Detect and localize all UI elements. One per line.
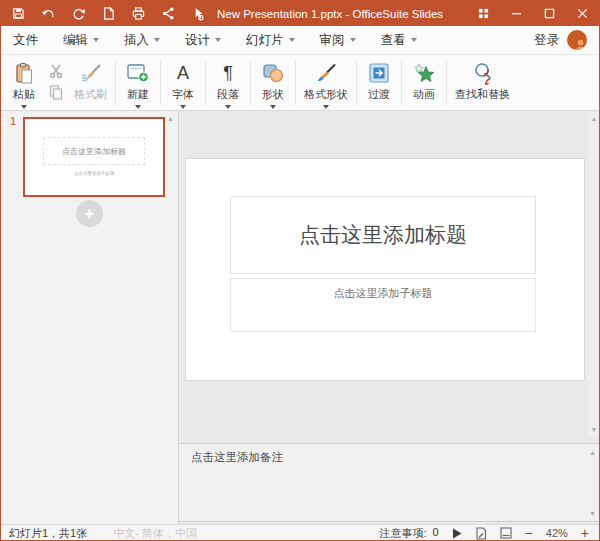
- toolbar-separator: [401, 61, 402, 105]
- scroll-up-icon[interactable]: ▲: [167, 115, 174, 122]
- window-title: New Presentation 1.pptx - OfficeSuite Sl…: [217, 8, 443, 20]
- notes-placeholder: 点击这里添加备注: [191, 450, 283, 465]
- title-placeholder-text: 点击这里添加标题: [299, 221, 467, 249]
- avatar[interactable]: [567, 30, 587, 50]
- undo-icon[interactable]: [40, 5, 57, 22]
- app-window: New Presentation 1.pptx - OfficeSuite Sl…: [0, 0, 600, 541]
- redo-icon[interactable]: [70, 5, 87, 22]
- zoom-in-button[interactable]: +: [581, 526, 589, 540]
- dropdown-caret-icon: [135, 105, 141, 109]
- slide-editor[interactable]: 点击这里添加标题 点击这里添加子标题: [185, 158, 585, 381]
- menu-design[interactable]: 设计: [185, 32, 221, 49]
- format-painter-button[interactable]: 格式刷: [69, 60, 112, 102]
- maximize-icon[interactable]: [533, 1, 566, 26]
- menu-slide-label: 幻灯片: [246, 32, 284, 49]
- menu-design-label: 设计: [185, 32, 210, 49]
- scroll-up-icon[interactable]: ▲: [589, 449, 596, 456]
- dropdown-caret-icon: [21, 105, 27, 109]
- login-button[interactable]: 登录: [534, 32, 559, 49]
- subtitle-placeholder[interactable]: 点击这里添加子标题: [230, 278, 536, 332]
- toolbar-separator: [446, 61, 447, 105]
- transition-button[interactable]: 过渡: [360, 60, 398, 102]
- slide-canvas: 点击这里添加标题 点击这里添加子标题 ▲ ▼: [179, 111, 600, 439]
- status-bar: 幻灯片1，共1张 中文- 简体，中国 注意事项: 0 − 42% +: [1, 524, 599, 541]
- shapes-icon: [261, 61, 285, 85]
- chevron-down-icon: [289, 38, 295, 42]
- format-painter-brush-icon: [79, 61, 103, 85]
- play-slideshow-icon[interactable]: [452, 528, 462, 539]
- chevron-down-icon: [154, 38, 160, 42]
- format-painter-label: 格式刷: [74, 87, 107, 102]
- format-shape-label: 格式形状: [304, 87, 348, 102]
- font-letter-icon: A: [177, 61, 189, 85]
- scroll-up-icon[interactable]: ▲: [591, 115, 598, 122]
- font-label: 字体: [172, 87, 194, 102]
- person-icon: [574, 38, 587, 50]
- presenter-pointer-icon[interactable]: [190, 5, 207, 22]
- menu-file[interactable]: 文件: [13, 32, 38, 49]
- cut-scissors-icon[interactable]: [47, 62, 65, 79]
- toolbar-separator: [160, 61, 161, 105]
- scroll-down-icon[interactable]: ▼: [589, 510, 596, 517]
- notes-view-icon[interactable]: [500, 527, 512, 539]
- menu-view[interactable]: 查看: [381, 32, 417, 49]
- menu-insert-label: 插入: [124, 32, 149, 49]
- menu-edit-label: 编辑: [63, 32, 88, 49]
- chevron-down-icon: [350, 38, 356, 42]
- paste-button[interactable]: 粘贴: [5, 60, 43, 109]
- format-shape-button[interactable]: 格式形状: [299, 60, 353, 109]
- thumbnail-title: 点击这里添加标题: [62, 146, 126, 157]
- menu-edit[interactable]: 编辑: [63, 32, 99, 49]
- close-icon[interactable]: [566, 1, 599, 26]
- paste-label: 粘贴: [13, 87, 35, 102]
- copy-icon[interactable]: [47, 83, 65, 100]
- minimize-icon[interactable]: [500, 1, 533, 26]
- shapes-label: 形状: [262, 87, 284, 102]
- thumbnail-subtitle: 点击这里添加子标题: [60, 170, 129, 177]
- menu-slide[interactable]: 幻灯片: [246, 32, 295, 49]
- shapes-button[interactable]: 形状: [254, 60, 292, 109]
- animation-label: 动画: [413, 87, 435, 102]
- issues-count: 0: [432, 526, 438, 541]
- paragraph-mark-icon: ¶: [223, 61, 233, 85]
- find-replace-label: 查找和替换: [455, 87, 510, 102]
- paragraph-label: 段落: [217, 87, 239, 102]
- menu-review[interactable]: 审阅: [320, 32, 356, 49]
- add-slide-button[interactable]: +: [76, 200, 103, 227]
- scroll-down-icon[interactable]: ▼: [591, 426, 598, 433]
- animation-button[interactable]: 动画: [405, 60, 443, 102]
- slide-number: 1: [10, 115, 16, 127]
- slide-thumbnail-1[interactable]: 点击这里添加标题 点击这里添加子标题: [23, 117, 165, 197]
- format-shape-brush-icon: [314, 61, 338, 85]
- notes-panel[interactable]: 点击这里添加备注 ▲ ▼: [179, 443, 600, 522]
- plus-icon: +: [85, 205, 95, 222]
- chevron-down-icon: [215, 38, 221, 42]
- find-replace-magnifier-icon: [471, 61, 495, 85]
- new-document-icon[interactable]: [100, 5, 117, 22]
- chevron-down-icon: [93, 38, 99, 42]
- new-slide-button[interactable]: 新建: [119, 60, 157, 109]
- paragraph-button[interactable]: ¶ 段落: [209, 60, 247, 109]
- zoom-out-button[interactable]: −: [525, 526, 533, 540]
- font-button[interactable]: A 字体: [164, 60, 202, 109]
- menu-insert[interactable]: 插入: [124, 32, 160, 49]
- paste-clipboard-icon: [13, 61, 35, 85]
- chevron-down-icon: [411, 38, 417, 42]
- print-icon[interactable]: [130, 5, 147, 22]
- title-bar: New Presentation 1.pptx - OfficeSuite Sl…: [1, 1, 599, 26]
- cut-copy-group: [43, 60, 69, 102]
- slide-info: 幻灯片1，共1张: [9, 526, 87, 541]
- find-replace-button[interactable]: 查找和替换: [450, 60, 515, 102]
- edit-view-icon[interactable]: [475, 527, 487, 540]
- title-placeholder[interactable]: 点击这里添加标题: [230, 196, 536, 274]
- toolbar-separator: [250, 61, 251, 105]
- toolbar-separator: [115, 61, 116, 105]
- new-slide-label: 新建: [127, 87, 149, 102]
- save-icon[interactable]: [10, 5, 27, 22]
- dropdown-caret-icon: [270, 105, 276, 109]
- window-controls: [467, 1, 599, 26]
- expand-icon[interactable]: [467, 1, 500, 26]
- canvas-scrollbar[interactable]: ▲ ▼: [588, 113, 600, 435]
- share-icon[interactable]: [160, 5, 177, 22]
- animation-star-icon: [412, 61, 436, 85]
